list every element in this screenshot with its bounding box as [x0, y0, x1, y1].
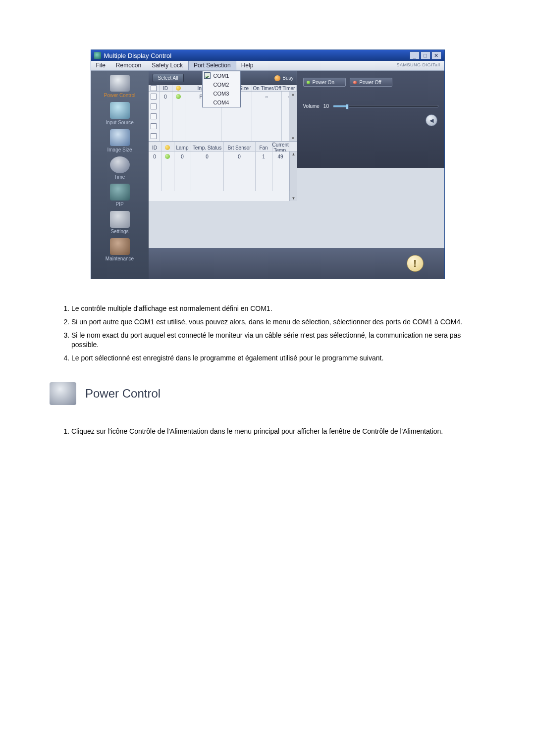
menu-port-selection[interactable]: Port Selection: [188, 61, 236, 70]
status-row[interactable]: [149, 171, 297, 181]
instruction-list-1: Le contrôle multiple d'affichage est nor…: [50, 304, 485, 362]
volume-label: Volume: [303, 103, 320, 109]
menu-file[interactable]: File: [91, 61, 111, 70]
power-icon: [110, 75, 130, 92]
sidebar-item-power-control[interactable]: Power Control: [93, 74, 147, 100]
status-header-icon: [165, 145, 170, 150]
checkmark-icon: [204, 72, 211, 79]
status-row[interactable]: 0 0 0 0 1 49: [149, 151, 297, 161]
port-selection-dropdown: COM1 COM2 COM3 COM4: [202, 71, 241, 107]
list-item: Le port sélectionné est enregistré dans …: [71, 353, 485, 363]
section-title: Power Control: [85, 387, 160, 401]
port-option-com1[interactable]: COM1: [203, 71, 240, 80]
sidebar-item-label: PIP: [115, 202, 123, 207]
status-row[interactable]: [149, 181, 297, 191]
sidebar-item-settings[interactable]: Settings: [93, 210, 147, 236]
status-dot-icon: [165, 154, 170, 159]
list-item: Si le nom exact du port auquel est conne…: [71, 331, 485, 350]
list-item: Cliquez sur l'icône Contrôle de l'Alimen…: [71, 427, 485, 436]
menubar: File Remocon Safety Lock Port Selection …: [91, 61, 444, 71]
menu-remocon[interactable]: Remocon: [111, 61, 147, 70]
busy-icon: [274, 75, 280, 81]
display-row[interactable]: [149, 121, 297, 131]
row-checkbox[interactable]: [151, 133, 157, 139]
sidebar-item-time[interactable]: Time: [93, 155, 147, 182]
speaker-icon: ◀: [429, 117, 433, 124]
sidebar-item-maintenance[interactable]: Maintenance: [93, 237, 147, 263]
sidebar-item-label: Maintenance: [106, 256, 134, 261]
row-checkbox[interactable]: [151, 123, 157, 129]
sidebar-item-label: Image Size: [107, 147, 132, 152]
warning-icon: !: [407, 255, 424, 272]
section-header: Power Control: [50, 382, 485, 405]
port-option-com3[interactable]: COM3: [203, 89, 240, 98]
app-icon: [94, 52, 101, 59]
port-option-com4[interactable]: COM4: [203, 98, 240, 107]
status-list-header: ID Lamp Temp. Status Brt Sensor Fan Curr…: [149, 142, 297, 151]
sidebar: Power Control Input Source Image Size Ti…: [91, 71, 149, 279]
status-header-icon: [176, 86, 181, 91]
speaker-button[interactable]: ◀: [426, 114, 437, 126]
sidebar-item-image-size[interactable]: Image Size: [93, 128, 147, 154]
power-control-icon: [50, 382, 76, 405]
instruction-list-2: Cliquez sur l'icône Contrôle de l'Alimen…: [50, 427, 485, 436]
volume-thumb[interactable]: [346, 104, 349, 109]
display-row[interactable]: [149, 111, 297, 121]
main-area: Select All Busy ID Input Image Size: [149, 71, 444, 279]
select-all-checkbox[interactable]: [151, 85, 157, 91]
row-checkbox[interactable]: [151, 103, 157, 109]
status-bar: !: [149, 248, 444, 279]
sidebar-item-label: Input Source: [106, 120, 134, 125]
led-green-icon: [307, 81, 310, 84]
menu-safety-lock[interactable]: Safety Lock: [147, 61, 188, 70]
time-icon: [110, 156, 130, 173]
sidebar-item-label: Settings: [110, 229, 128, 234]
port-option-com2[interactable]: COM2: [203, 80, 240, 89]
power-off-button[interactable]: Power Off: [350, 78, 392, 87]
app-window: Multiple Display Control _ □ ✕ File Remo…: [91, 50, 445, 279]
maintenance-icon: [110, 238, 130, 255]
control-pane: Power On Power Off Volume 10: [297, 71, 444, 168]
led-red-icon: [353, 81, 357, 84]
status-dot-icon: [176, 94, 181, 99]
input-source-icon: [110, 102, 130, 119]
row-checkbox[interactable]: [151, 113, 157, 119]
titlebar: Multiple Display Control _ □ ✕: [91, 50, 444, 61]
sidebar-item-pip[interactable]: PIP: [93, 183, 147, 209]
status-list: 0 0 0 0 1 49: [149, 151, 297, 201]
volume-slider[interactable]: [333, 105, 438, 107]
menu-help[interactable]: Help: [236, 61, 259, 70]
window-title: Multiple Display Control: [104, 52, 410, 59]
sidebar-item-label: Power Control: [104, 93, 135, 98]
list-scrollbar[interactable]: [289, 92, 297, 141]
image-size-icon: [110, 129, 130, 146]
row-checkbox[interactable]: [151, 94, 157, 100]
close-button[interactable]: ✕: [431, 51, 441, 59]
busy-indicator: Busy: [274, 75, 293, 81]
settings-icon: [110, 211, 130, 228]
list-item: Si un port autre que COM1 est utilisé, v…: [71, 317, 485, 327]
power-on-button[interactable]: Power On: [303, 78, 346, 87]
status-row[interactable]: [149, 161, 297, 171]
brand-label: SAMSUNG DIGITall: [396, 61, 444, 70]
sidebar-item-input-source[interactable]: Input Source: [93, 101, 147, 127]
select-all-button[interactable]: Select All: [153, 74, 184, 82]
minimize-button[interactable]: _: [410, 51, 420, 59]
status-scrollbar[interactable]: [289, 151, 297, 201]
display-row[interactable]: [149, 131, 297, 141]
volume-value: 10: [323, 103, 329, 109]
maximize-button[interactable]: □: [421, 51, 430, 59]
pip-icon: [110, 184, 130, 201]
list-item: Le contrôle multiple d'affichage est nor…: [71, 304, 485, 313]
sidebar-item-label: Time: [114, 174, 125, 180]
